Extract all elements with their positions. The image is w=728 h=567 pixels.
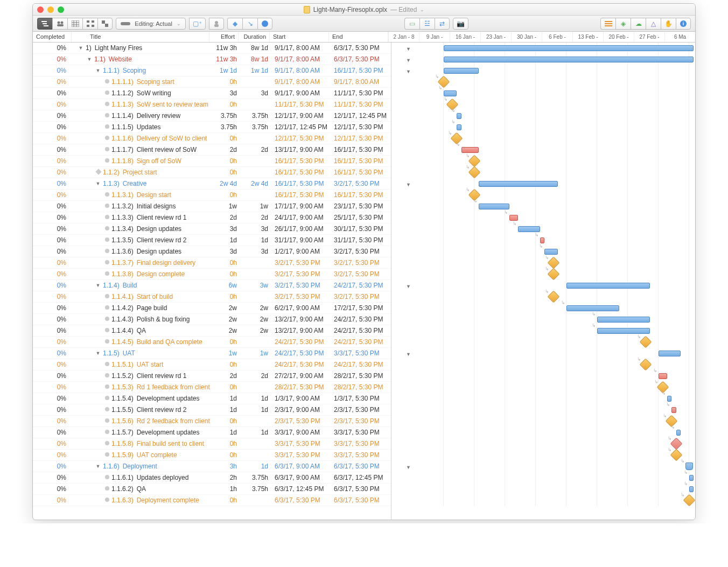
task-outline[interactable]: 0%▼1)Light Many Fires11w 3h8w 1d9/1/17, … — [33, 43, 391, 520]
gantt-row[interactable]: ↳ — [391, 303, 695, 314]
title-cell[interactable]: ▼1)Light Many Fires — [72, 44, 212, 52]
gantt-row[interactable]: ↳ — [391, 337, 695, 348]
gantt-row[interactable]: ↳ — [391, 167, 695, 178]
gantt-row[interactable]: ↳ — [391, 416, 695, 427]
milestone-diamond[interactable] — [683, 494, 695, 507]
task-row[interactable]: 0%▼1.1)Website11w 3h8w 1d9/1/17, 8:00 AM… — [33, 54, 391, 65]
task-row[interactable]: 0%1.1.6.1)Updates deployed2h3.75h6/3/17,… — [33, 472, 391, 484]
editing-mode-dropdown[interactable]: Editing: Actual ⌄ — [116, 18, 186, 30]
title-cell[interactable]: 1.1.5.4)Development updates — [72, 395, 212, 402]
title-cell[interactable]: 1.1.4.3)Polish & bug fixing — [72, 316, 212, 323]
gantt-row[interactable]: ↳ — [391, 382, 695, 393]
task-row[interactable]: 0%1.1.1.7)Client review of SoW2d2d13/1/1… — [33, 144, 391, 156]
gantt-row[interactable]: ↳ — [391, 88, 695, 99]
level-button[interactable]: ⇄ — [435, 18, 450, 30]
task-row[interactable]: 0%1.1.3.4)Design updates3d3d26/1/17, 9:0… — [33, 223, 391, 235]
task-bar[interactable] — [444, 90, 457, 96]
group-bar[interactable] — [479, 181, 558, 187]
timeline-week-label[interactable]: 13 Feb - — [572, 32, 603, 42]
task-bar[interactable] — [461, 147, 479, 153]
task-row[interactable]: 0%1.1.5.8)Final build sent to client0h3/… — [33, 438, 391, 450]
title-cell[interactable]: 1.1.5.1)UAT start — [72, 361, 212, 368]
task-row[interactable]: 0%1.1.1.8)Sign off of SoW0h16/1/17, 5:30… — [33, 156, 391, 167]
header-duration[interactable]: Duration — [239, 32, 270, 42]
title-cell[interactable]: 1.1.5.5)Client review rd 2 — [72, 406, 212, 414]
baselines-button[interactable] — [600, 18, 615, 30]
title-cell[interactable]: 1.1.6.2)QA — [72, 485, 212, 493]
gantt-row[interactable]: ↳ — [391, 495, 695, 506]
task-bar[interactable] — [659, 373, 667, 379]
task-row[interactable]: 0%1.1.1.1)Scoping start0h9/1/17, 8:00 AM… — [33, 76, 391, 88]
task-row[interactable]: 0%1.1.4.4)QA2w2w13/2/17, 9:00 AM24/2/17,… — [33, 325, 391, 337]
group-bar[interactable] — [444, 68, 479, 74]
timeline-week-label[interactable]: 6 Feb - — [542, 32, 572, 42]
milestone-diamond[interactable] — [547, 291, 559, 303]
title-cell[interactable]: ▼1.1)Website — [72, 55, 212, 63]
title-cell[interactable]: 1.1.3.6)Design updates — [72, 248, 212, 255]
title-cell[interactable]: 1.1.4.1)Start of build — [72, 293, 212, 300]
reports-button[interactable]: △ — [646, 18, 661, 30]
timeline-week-label[interactable]: 6 Ma — [664, 32, 695, 42]
title-cell[interactable]: 1.1.1.1)Scoping start — [72, 78, 212, 86]
disclosure-triangle-icon[interactable]: ▼ — [78, 45, 83, 51]
task-bar[interactable] — [597, 328, 650, 334]
gantt-row[interactable]: ↳ — [391, 291, 695, 303]
view-resource-button[interactable] — [52, 18, 67, 30]
title-cell[interactable]: 1.1.4.2)Page build — [72, 304, 212, 312]
milestone-diamond[interactable] — [468, 166, 481, 179]
task-row[interactable]: 0%1.1.4.5)Build and QA complete0h24/2/17… — [33, 337, 391, 348]
gantt-row[interactable]: ↳ — [391, 201, 695, 212]
task-bar[interactable] — [540, 237, 544, 243]
title-cell[interactable]: 1.1.1.4)Delivery review — [72, 112, 212, 120]
disclosure-triangle-icon[interactable]: ▼ — [87, 57, 92, 62]
reschedule-button[interactable]: ☳ — [419, 18, 435, 30]
task-row[interactable]: 0%1.1.3.1)Design start0h16/1/17, 5:30 PM… — [33, 190, 391, 201]
task-bar[interactable] — [671, 407, 676, 413]
publish-button[interactable]: ☁ — [631, 18, 646, 30]
title-cell[interactable]: 1.1.4.5)Build and QA complete — [72, 338, 212, 346]
title-cell[interactable]: 1.1.3.5)Client review rd 2 — [72, 236, 212, 244]
title-cell[interactable]: 1.1.5.9)UAT complete — [72, 451, 212, 459]
task-row[interactable]: 0%1.1.3.3)Client review rd 12d2d24/1/17,… — [33, 212, 391, 223]
task-row[interactable]: 0%1.1.3.6)Design updates3d3d1/2/17, 9:00… — [33, 246, 391, 257]
group-bar[interactable] — [444, 45, 694, 51]
gantt-row[interactable]: ↳ — [391, 472, 695, 484]
gantt-chart[interactable]: ▼▼▼↳↳↳↳↳↳↳↳↳▼↳↳↳↳↳↳↳↳▼↳↳↳↳↳▼↳↳↳↳↳↳↳↳↳▼↳↳… — [391, 43, 695, 520]
timeline-week-label[interactable]: 23 Jan - — [480, 32, 511, 42]
gantt-row[interactable]: ↳ — [391, 438, 695, 450]
task-row[interactable]: 0%1.1.1.6)Delivery of SoW to client0h12/… — [33, 133, 391, 144]
group-bar[interactable] — [566, 283, 650, 289]
gantt-row[interactable]: ↳ — [391, 99, 695, 110]
title-cell[interactable]: 1.1.2)Project start — [72, 169, 212, 176]
document-title[interactable]: Light-Many-Firesoplx.oplx — Edited ⌄ — [33, 6, 695, 13]
milestone-diamond[interactable] — [468, 155, 481, 167]
title-cell[interactable]: 1.1.5.3)Rd 1 feedback from client — [72, 383, 212, 391]
timeline-week-label[interactable]: 16 Jan - — [450, 32, 480, 42]
gantt-row[interactable]: ↳ — [391, 133, 695, 144]
disclosure-triangle-icon[interactable]: ▼ — [95, 181, 101, 186]
timeline-header[interactable]: 2 Jan - 89 Jan -16 Jan -23 Jan -30 Jan -… — [388, 32, 695, 42]
gantt-row[interactable]: ↳ — [391, 359, 695, 370]
resources-button[interactable] — [209, 18, 224, 30]
gantt-row[interactable]: ↳ — [391, 190, 695, 201]
task-row[interactable]: 0%1.1.3.8)Design complete0h3/2/17, 5:30 … — [33, 269, 391, 280]
task-bar[interactable] — [689, 486, 694, 492]
task-row[interactable]: 0%▼1.1.6)Deployment3h1d6/3/17, 9:00 AM6/… — [33, 461, 391, 472]
title-cell[interactable]: ▼1.1.4)Build — [72, 282, 212, 289]
task-bar[interactable] — [479, 204, 509, 209]
gantt-row[interactable]: ↳ — [391, 110, 695, 122]
gantt-row[interactable]: ▼ — [391, 178, 695, 190]
title-cell[interactable]: 1.1.5.8)Final build sent to client — [72, 440, 212, 447]
task-row[interactable]: 0%▼1.1.1)Scoping1w 1d1w 1d9/1/17, 8:00 A… — [33, 65, 391, 76]
gantt-row[interactable]: ↳ — [391, 393, 695, 404]
title-cell[interactable]: 1.1.5.2)Client review rd 1 — [72, 372, 212, 380]
gantt-row[interactable]: ↳ — [391, 269, 695, 280]
task-bar[interactable] — [667, 396, 671, 402]
gantt-row[interactable]: ▼ — [391, 280, 695, 291]
task-row[interactable]: 0%1.1.1.4)Delivery review3.75h3.75h12/1/… — [33, 110, 391, 122]
gantt-row[interactable]: ↳ — [391, 246, 695, 257]
disclosure-triangle-icon[interactable]: ▼ — [95, 68, 101, 73]
gantt-row[interactable]: ↳ — [391, 404, 695, 416]
critical-path-button[interactable] — [257, 18, 272, 30]
timeline-week-label[interactable]: 30 Jan - — [511, 32, 542, 42]
